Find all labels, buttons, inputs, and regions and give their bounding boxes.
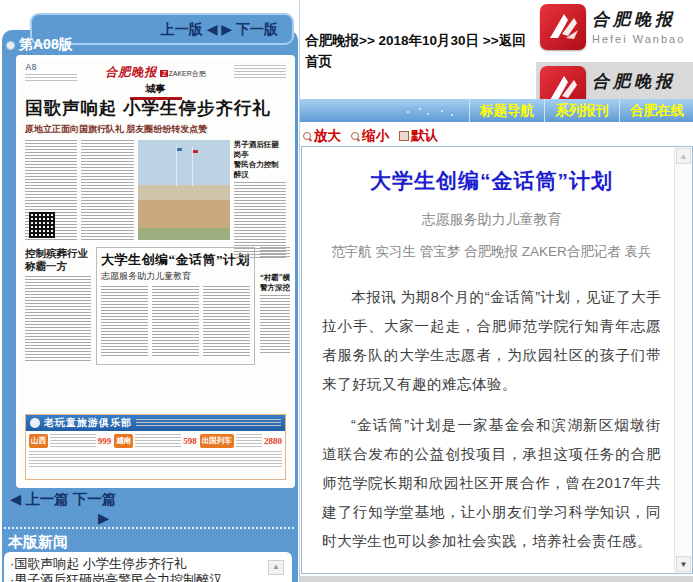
paper-header-left-lines [25, 74, 77, 82]
paper-right-col-headline: 男子酒后狂砸岗亭 警民合力控制醉汉 [234, 140, 286, 180]
dotted-divider [4, 527, 294, 529]
ad-item: 山西 999 [29, 434, 111, 448]
paper-photo-building-flags [138, 140, 230, 240]
zoom-in-label: 放大 [314, 127, 341, 145]
prev-article-button[interactable]: ◀ 上一篇 [10, 491, 69, 507]
next-article-button[interactable]: 下一篇 [73, 491, 117, 507]
news-list-item[interactable]: ·国歌声响起 小学生停步齐行礼 [10, 556, 286, 572]
scroll-down-button[interactable]: ▼ [676, 556, 691, 572]
flag [193, 150, 198, 153]
text-lines [234, 182, 286, 260]
paper-mid-left-headline: 控制殡葬行业 称霸一方 [25, 247, 91, 273]
ad-item: 出国列车 2880 [200, 434, 282, 448]
ad-item-label: 出国列车 [200, 434, 234, 448]
news-list-scroll-up-button[interactable]: ▲ [268, 560, 284, 575]
text-lines [50, 434, 96, 448]
text-lines [203, 286, 250, 356]
paper-article2-box: 大学生创编“金话筒”计划 志愿服务助力儿童教育 [96, 247, 255, 365]
next-page-button[interactable]: ▶ 下一版 [221, 21, 278, 37]
breadcrumb-paper-link[interactable]: 合肥晚报 [305, 33, 359, 48]
breadcrumb-separator: >> [359, 33, 379, 48]
article-content-box: 大学生创编“金话筒”计划 志愿服务助力儿童教育 范宇航 实习生 管宝梦 合肥晚报… [301, 146, 693, 574]
paper-masthead-zaker: ZAKER合肥 [168, 70, 205, 77]
text-lines [29, 451, 282, 469]
next-article-arrow-icon[interactable]: ▶ [10, 509, 116, 528]
ad-item-price: 598 [183, 436, 197, 446]
hefei-wanbao-logo-icon [540, 66, 586, 99]
ad-item-label: 越南 [114, 434, 133, 448]
ad-item: 越南 598 [114, 434, 196, 448]
default-size-button[interactable]: 默认 [399, 127, 438, 145]
text-lines [25, 276, 91, 362]
paper-sub-headline: 原地立正面向国旗行队礼 朋友圈纷纷转发点赞 [21, 120, 290, 138]
ad-item-price: 999 [98, 436, 112, 446]
site-logo: 合肥晚报 Hefei Wanbao [536, 0, 693, 62]
article-scrollbar[interactable]: ▲ ▼ [674, 147, 692, 573]
right-panel: 合肥晚报 Hefei Wanbao 合肥晚报 合肥晚报>> 2018年10月30… [299, 0, 693, 582]
sparkle-decoration [401, 106, 461, 116]
site-logo-repeat: 合肥晚报 [536, 62, 693, 99]
left-panel: 上一版 ◀ ▶ 下一版 第A08版 A8 合肥晚报ZZAKER合肥 城事 [0, 0, 299, 582]
article-title: 大学生创编“金话筒”计划 [322, 167, 661, 195]
toolbar-title-nav-link[interactable]: 标题导航 [469, 99, 544, 122]
paper-article2-subtitle: 志愿服务助力儿童教育 [101, 270, 250, 283]
text-lines [236, 434, 262, 448]
current-page-label: 第A08版 [6, 36, 73, 54]
toolbar-hefei-online-link[interactable]: 合肥在线 [619, 99, 693, 122]
text-size-controls: 放大 缩小 默认 [303, 127, 438, 145]
reset-icon [399, 131, 409, 141]
article-subtitle: 志愿服务助力儿童教育 [322, 211, 661, 229]
zoom-in-button[interactable]: 放大 [303, 127, 341, 145]
news-list-item[interactable]: ·男子酒后狂砸岗亭警民合力控制醉汉 [10, 572, 286, 582]
text-lines [81, 140, 133, 240]
text-lines [135, 434, 181, 448]
bottom-clipped-bar [300, 576, 693, 582]
board-news-list: ·国歌声响起 小学生停步齐行礼 ·男子酒后狂砸岗亭警民合力控制醉汉 ▲ [4, 552, 292, 582]
blue-toolbar: 标题导航 系列报刊 合肥在线 [300, 99, 693, 122]
hefei-wanbao-logo-icon [540, 4, 586, 50]
default-size-label: 默认 [411, 127, 438, 145]
toolbar-series-papers-link[interactable]: 系列报刊 [544, 99, 619, 122]
prev-page-button[interactable]: 上一版 ◀ [161, 21, 218, 37]
article-paragraph: “金话筒”计划是一家基金会和滨湖新区烟墩街道联合发布的公益创投项目，承担这项任务… [322, 411, 661, 556]
qr-code [29, 212, 55, 238]
breadcrumb: 合肥晚报>> 2018年10月30日 >>返回首页 [305, 30, 537, 72]
logo-area: 合肥晚报 Hefei Wanbao 合肥晚报 [536, 0, 693, 99]
zoom-out-button[interactable]: 缩小 [351, 127, 389, 145]
newspaper-thumbnail[interactable]: A8 合肥晚报ZZAKER合肥 城事 国歌声响起 小学生停步齐行礼 原地立正面向… [16, 55, 295, 488]
paper-article2-title: 大学生创编“金话筒”计划 [101, 251, 250, 269]
page-label-text: 第A08版 [19, 36, 73, 54]
text-lines [260, 295, 290, 355]
ad-logo-icon [30, 418, 40, 428]
magnifier-minus-icon [351, 132, 360, 141]
scroll-up-button[interactable]: ▲ [676, 148, 691, 164]
article-prev-next-nav: ◀ 上一篇 下一篇 ▶ [10, 490, 116, 528]
logo-english-text: Hefei Wanbao [592, 33, 685, 45]
ad-item-label: 山西 [29, 434, 48, 448]
article-paragraph: 本报讯 为期8个月的“金话筒”计划，见证了大手拉小手、大家一起走，合肥师范学院行… [322, 283, 661, 399]
page-bullet-icon [6, 41, 15, 50]
logo-chinese-text: 合肥晚报 [592, 70, 676, 93]
ad-item-price: 2880 [264, 436, 282, 446]
paper-ad-banner: 老玩童旅游俱乐部 山西 999 越南 598 [25, 414, 286, 480]
paper-mid-right-headline: “村霸”横行乡里 警方深挖逮捕 [260, 273, 290, 293]
flagpole [176, 146, 177, 186]
article-byline: 范宇航 实习生 管宝梦 合肥晚报 ZAKER合肥记者 袁兵 [322, 243, 661, 261]
paper-page-number: A8 [25, 62, 77, 72]
ad-title: 老玩童旅游俱乐部 [44, 416, 132, 430]
breadcrumb-separator: >> [479, 33, 499, 48]
text-lines [101, 286, 148, 356]
flag [177, 148, 182, 151]
text-lines [136, 419, 281, 427]
zoom-out-label: 缩小 [362, 127, 389, 145]
board-news-title: 本版新闻 [8, 533, 68, 552]
newspaper-page: A8 合肥晚报ZZAKER合肥 城事 国歌声响起 小学生停步齐行礼 原地立正面向… [21, 60, 290, 483]
paper-body-mid: 控制殡葬行业 称霸一方 大学生创编“金话筒”计划 志愿服务助力儿童教育 [21, 244, 290, 368]
article-paragraph: 参加“金话筒”计划的小朋友都是欣园社区8～14岁的孩子，活动安排在周末，不同的时… [322, 568, 661, 573]
logo-chinese-text: 合肥晚报 [592, 8, 685, 31]
paper-masthead: 合肥晚报 [105, 65, 157, 79]
article-body: 大学生创编“金话筒”计划 志愿服务助力儿童教育 范宇航 实习生 管宝梦 合肥晚报… [302, 147, 675, 573]
page: 上一版 ◀ ▶ 下一版 第A08版 A8 合肥晚报ZZAKER合肥 城事 [0, 0, 693, 582]
paper-date-lines [234, 65, 286, 79]
breadcrumb-date: 2018年10月30日 [379, 33, 480, 48]
